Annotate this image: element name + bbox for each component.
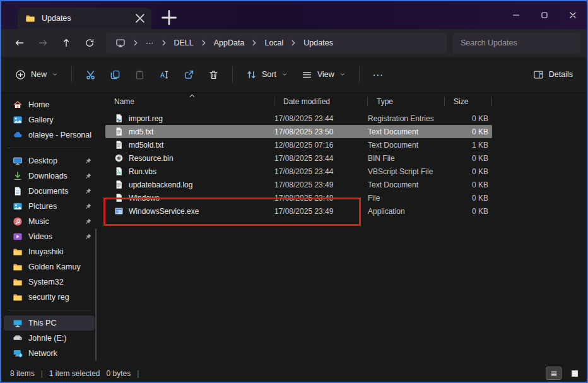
- trash-icon: [208, 69, 219, 80]
- sidebar-separator: [8, 148, 91, 148]
- file-name: import.reg: [129, 114, 163, 123]
- file-type-cell: Text Document: [368, 141, 445, 150]
- minimize-button[interactable]: [502, 1, 530, 29]
- sidebar-item-documents[interactable]: Documents: [4, 184, 95, 199]
- sidebar-item-downloads[interactable]: Downloads: [4, 168, 95, 184]
- sort-button-label: Sort: [262, 70, 276, 79]
- breadcrumb-item-local[interactable]: Local: [259, 35, 289, 51]
- file-date-cell: 17/08/2025 23:49: [274, 194, 368, 203]
- file-row-run-vbs[interactable]: Run.vbs17/08/2025 23:44VBScript Script F…: [105, 165, 492, 178]
- command-toolbar: New Sort View ··· Details: [1, 57, 587, 93]
- details-pane-button[interactable]: Details: [527, 63, 579, 86]
- rename-button[interactable]: [153, 63, 176, 86]
- thumbnail-view-toggle[interactable]: [567, 367, 582, 379]
- search-input[interactable]: [461, 38, 573, 47]
- tab-close-icon[interactable]: [134, 12, 146, 25]
- column-header-type[interactable]: Type: [368, 94, 445, 109]
- refresh-button[interactable]: [78, 33, 101, 54]
- sidebar-item-desktop[interactable]: Desktop: [4, 153, 95, 168]
- breadcrumb-item-dell[interactable]: DELL: [168, 35, 199, 51]
- chevron-right-icon: [199, 38, 208, 47]
- file-name-cell: updatebackend.log: [105, 180, 274, 189]
- file-date-cell: 17/08/2025 23:50: [274, 127, 368, 136]
- sidebar-item-this-pc[interactable]: This PC: [4, 315, 95, 331]
- column-divider[interactable]: [491, 97, 492, 106]
- breadcrumb-item-appdata[interactable]: AppData: [208, 35, 250, 51]
- paste-button[interactable]: [128, 63, 151, 86]
- file-name: Run.vbs: [129, 167, 156, 176]
- sidebar-sections: HomeGalleryolaleye - PersonalDesktopDown…: [1, 97, 97, 361]
- breadcrumb-item-updates[interactable]: Updates: [298, 35, 339, 51]
- sidebar-item-label: Desktop: [28, 156, 78, 165]
- breadcrumb-root[interactable]: [110, 35, 131, 51]
- maximize-button[interactable]: [530, 1, 558, 29]
- delete-button[interactable]: [202, 63, 225, 86]
- explorer-tab[interactable]: Updates: [18, 8, 151, 29]
- breadcrumb-overflow[interactable]: ···: [140, 35, 160, 51]
- sidebar-item-security-reg[interactable]: security reg: [4, 290, 95, 305]
- column-header-date-modified[interactable]: Date modified: [274, 94, 368, 109]
- view-button[interactable]: View: [295, 63, 352, 86]
- sidebar-item-videos[interactable]: Videos: [4, 229, 95, 244]
- sidebar-item-inuyashiki[interactable]: Inuyashiki: [4, 244, 95, 259]
- window-controls: [502, 1, 587, 29]
- file-date-cell: 17/08/2025 23:49: [274, 207, 368, 216]
- file-row-windows[interactable]: Windows17/08/2025 23:49File0 KB: [105, 191, 492, 204]
- up-button[interactable]: [54, 33, 78, 54]
- search-box[interactable]: [453, 33, 580, 54]
- toolbar-separator: [359, 66, 360, 83]
- folder-icon: [13, 292, 23, 302]
- file-row-resource-bin[interactable]: Resource.bin17/08/2025 23:44BIN File0 KB: [105, 151, 492, 165]
- column-header-size[interactable]: Size: [445, 94, 492, 109]
- file-type-cell: Text Document: [368, 180, 445, 189]
- share-button[interactable]: [177, 63, 201, 86]
- file-name-cell: Windows: [105, 193, 274, 203]
- cut-button[interactable]: [79, 63, 102, 86]
- sidebar-item-label: olaleye - Personal: [28, 131, 92, 139]
- details-view-toggle[interactable]: [546, 367, 561, 379]
- sidebar-separator: [8, 310, 91, 310]
- sidebar-item-pictures[interactable]: Pictures: [4, 199, 95, 214]
- file-row-windowsservice-exe[interactable]: WindowsService.exe17/08/2025 23:49Applic…: [105, 204, 492, 218]
- titlebar: Updates: [1, 1, 587, 29]
- drive-icon: [13, 333, 23, 343]
- back-button[interactable]: [8, 33, 31, 54]
- sidebar-item-gallery[interactable]: Gallery: [4, 112, 95, 127]
- sidebar-item-system32[interactable]: System32: [4, 274, 95, 290]
- file-row-md5-txt[interactable]: md5.txt17/08/2025 23:50Text Document0 KB: [105, 125, 492, 138]
- column-header-label: Type: [377, 97, 393, 106]
- pin-icon: [84, 172, 92, 180]
- file-date-cell: 17/08/2025 23:44: [274, 154, 368, 163]
- new-button-label: New: [31, 70, 47, 79]
- sidebar-item-johnle-e[interactable]: Johnle (E:): [4, 331, 95, 346]
- new-tab-button[interactable]: [160, 9, 178, 27]
- file-date-cell: 17/08/2025 23:49: [274, 180, 368, 189]
- file-list: NameDate modifiedTypeSize import.reg17/0…: [105, 94, 492, 218]
- close-button[interactable]: [558, 1, 587, 29]
- sidebar-item-olaleye-personal[interactable]: olaleye - Personal: [4, 127, 95, 143]
- sidebar-item-golden-kamuy[interactable]: Golden Kamuy: [4, 259, 95, 274]
- file-row-md5old-txt[interactable]: md5old.txt12/08/2025 07:16Text Document1…: [105, 138, 492, 151]
- sidebar-item-music[interactable]: Music: [4, 214, 95, 229]
- details-pane-icon: [533, 69, 544, 80]
- status-bar: 8 items | 1 item selected 0 bytes |: [1, 365, 587, 382]
- sidebar-scrollbar[interactable]: [95, 228, 97, 361]
- onedrive-icon: [13, 130, 23, 140]
- sidebar-item-network[interactable]: Network: [4, 346, 95, 361]
- breadcrumb[interactable]: ···DELLAppDataLocalUpdates: [106, 33, 447, 54]
- chevron-down-icon: [52, 71, 58, 78]
- copy-button[interactable]: [103, 63, 127, 86]
- chevron-down-icon: [281, 71, 288, 78]
- new-button[interactable]: New: [9, 63, 64, 86]
- sidebar-item-home[interactable]: Home: [4, 97, 95, 112]
- column-header-label: Size: [454, 97, 468, 106]
- forward-arrow-icon: [38, 38, 48, 48]
- file-row-import-reg[interactable]: import.reg17/08/2025 23:44Registration E…: [105, 112, 492, 125]
- folder-icon: [13, 247, 23, 257]
- more-options-button[interactable]: ···: [367, 63, 390, 86]
- sort-button[interactable]: Sort: [240, 63, 294, 86]
- forward-button[interactable]: [31, 33, 54, 54]
- thumbnail-view-icon: [571, 370, 579, 377]
- column-header-name[interactable]: Name: [105, 94, 274, 109]
- file-row-updatebackend-log[interactable]: updatebackend.log17/08/2025 23:49Text Do…: [105, 178, 492, 191]
